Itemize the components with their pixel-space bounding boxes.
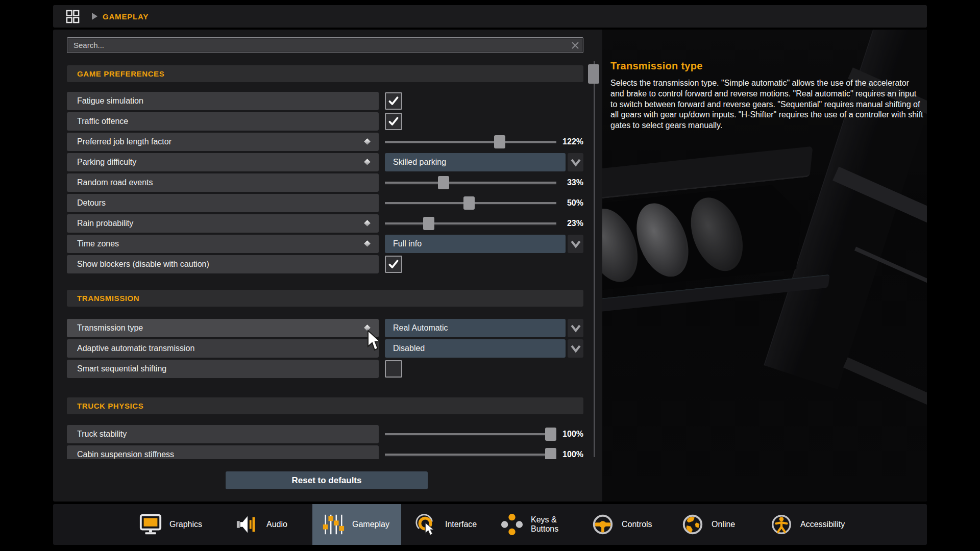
monitor-icon <box>139 513 162 536</box>
slider-track[interactable] <box>385 433 556 435</box>
scrollbar-thumb[interactable] <box>588 64 599 84</box>
tab-label: Graphics <box>169 520 202 529</box>
dropdown-value: Full info <box>385 239 422 248</box>
chevron-down-icon[interactable] <box>568 319 583 337</box>
slider-value: 23% <box>553 214 583 233</box>
slider-track[interactable] <box>385 182 556 184</box>
content-panel: Transmission type Selects the transmissi… <box>53 30 927 502</box>
tab-online[interactable]: Online <box>672 504 738 545</box>
checkbox[interactable] <box>385 256 402 273</box>
slider-handle[interactable] <box>494 135 505 148</box>
setting-label: Truck stability <box>67 430 127 439</box>
slider-track[interactable] <box>385 454 556 456</box>
slider-handle[interactable] <box>438 176 449 189</box>
setting-label-bar[interactable]: Show blockers (disable with caution) <box>67 255 379 273</box>
setting-label-bar[interactable]: Transmission type <box>67 319 379 337</box>
menu-grid-icon[interactable] <box>66 10 80 23</box>
setting-label-bar[interactable]: Fatigue simulation <box>67 92 379 110</box>
steering-wheel-icon <box>591 513 615 536</box>
setting-label-bar[interactable]: Time zones <box>67 235 379 253</box>
setting-control: 122% <box>385 133 583 151</box>
scrollbar-track[interactable] <box>594 61 595 457</box>
setting-row: Fatigue simulation <box>67 92 583 110</box>
mixer-icon <box>322 513 345 536</box>
slider-value: 100% <box>553 425 583 443</box>
setting-row: Transmission type Real Automatic <box>67 319 583 337</box>
slider-track[interactable] <box>385 202 556 204</box>
tab-controls[interactable]: Controls <box>582 504 658 545</box>
section-header: TRUCK PHYSICS <box>67 397 583 414</box>
setting-control <box>385 255 583 273</box>
diamond-icon <box>364 324 371 331</box>
tab-interface[interactable]: Interface <box>405 504 482 545</box>
setting-label-bar[interactable]: Smart sequential shifting <box>67 360 379 378</box>
dropdown-value: Real Automatic <box>385 323 448 333</box>
setting-label: Parking difficulty <box>67 158 136 167</box>
slider-value: 100% <box>553 445 583 459</box>
tab-keys-buttons[interactable]: Keys & Buttons <box>491 504 578 545</box>
settings-section: GAME PREFERENCES Fatigue simulation Traf… <box>67 65 583 273</box>
setting-label: Adaptive automatic transmission <box>67 344 194 353</box>
setting-control <box>385 112 583 131</box>
checkbox[interactable] <box>385 113 402 130</box>
setting-label: Show blockers (disable with caution) <box>67 260 209 269</box>
tab-label: Controls <box>622 520 652 529</box>
tab-gameplay[interactable]: Gameplay <box>312 504 401 545</box>
tab-graphics[interactable]: Graphics <box>130 504 222 545</box>
slider-track[interactable] <box>385 141 556 143</box>
setting-row: Detours 50% <box>67 194 583 212</box>
photo-shape <box>843 357 927 417</box>
setting-label-bar[interactable]: Cabin suspension stiffness <box>67 445 379 459</box>
dropdown-value: Skilled parking <box>385 158 446 167</box>
photo-shape <box>854 247 927 296</box>
setting-label-bar[interactable]: Adaptive automatic transmission <box>67 339 379 358</box>
dropdown[interactable]: Full info <box>385 235 566 253</box>
setting-label: Preferred job length factor <box>67 137 172 146</box>
setting-label-bar[interactable]: Detours <box>67 194 379 212</box>
slider-handle[interactable] <box>423 217 434 230</box>
setting-label-bar[interactable]: Traffic offence <box>67 112 379 131</box>
tab-label: Keys & Buttons <box>531 515 558 534</box>
search-input[interactable] <box>67 41 568 49</box>
slider-handle[interactable] <box>463 196 475 210</box>
setting-label-bar[interactable]: Parking difficulty <box>67 153 379 171</box>
buttons-icon <box>500 513 524 536</box>
cursor-click-icon <box>414 513 438 536</box>
dropdown[interactable]: Real Automatic <box>385 319 566 337</box>
setting-control: 33% <box>385 173 583 192</box>
chevron-down-icon[interactable] <box>568 235 583 253</box>
slider-value: 50% <box>553 194 583 212</box>
settings-tab-bar: Graphics Audio Gameplay Interface Keys &… <box>53 504 927 545</box>
tab-label: Gameplay <box>352 520 389 529</box>
globe-icon <box>681 513 704 536</box>
chevron-down-icon[interactable] <box>568 339 583 358</box>
setting-row: Truck stability 100% <box>67 425 583 443</box>
setting-label-bar[interactable]: Preferred job length factor <box>67 133 379 151</box>
slider-track[interactable] <box>385 222 556 224</box>
setting-label-bar[interactable]: Rain probability <box>67 214 379 233</box>
setting-label: Fatigue simulation <box>67 96 143 106</box>
setting-label: Cabin suspension stiffness <box>67 450 174 459</box>
chevron-down-icon[interactable] <box>568 153 583 171</box>
setting-control: Disabled <box>385 339 583 358</box>
setting-row: Traffic offence <box>67 112 583 131</box>
setting-row: Preferred job length factor 122% <box>67 133 583 151</box>
dropdown[interactable]: Disabled <box>385 339 566 358</box>
reset-to-defaults-button[interactable]: Reset to defaults <box>226 471 428 489</box>
tab-label: Online <box>712 520 735 529</box>
page-title: GAMEPLAY <box>103 12 149 21</box>
diamond-icon <box>364 159 371 165</box>
clear-search-icon[interactable] <box>568 38 583 53</box>
dropdown[interactable]: Skilled parking <box>385 153 566 171</box>
setting-row: Random road events 33% <box>67 173 583 192</box>
tab-accessibility[interactable]: Accessibility <box>761 504 868 545</box>
setting-row: Show blockers (disable with caution) <box>67 255 583 273</box>
checkbox[interactable] <box>385 92 402 110</box>
checkbox[interactable] <box>385 360 402 378</box>
accessibility-icon <box>770 513 793 536</box>
breadcrumb-arrow-icon <box>92 13 97 20</box>
setting-label-bar[interactable]: Truck stability <box>67 425 379 443</box>
dropdown-value: Disabled <box>385 344 425 353</box>
setting-label-bar[interactable]: Random road events <box>67 173 379 192</box>
tab-audio[interactable]: Audio <box>227 504 293 545</box>
